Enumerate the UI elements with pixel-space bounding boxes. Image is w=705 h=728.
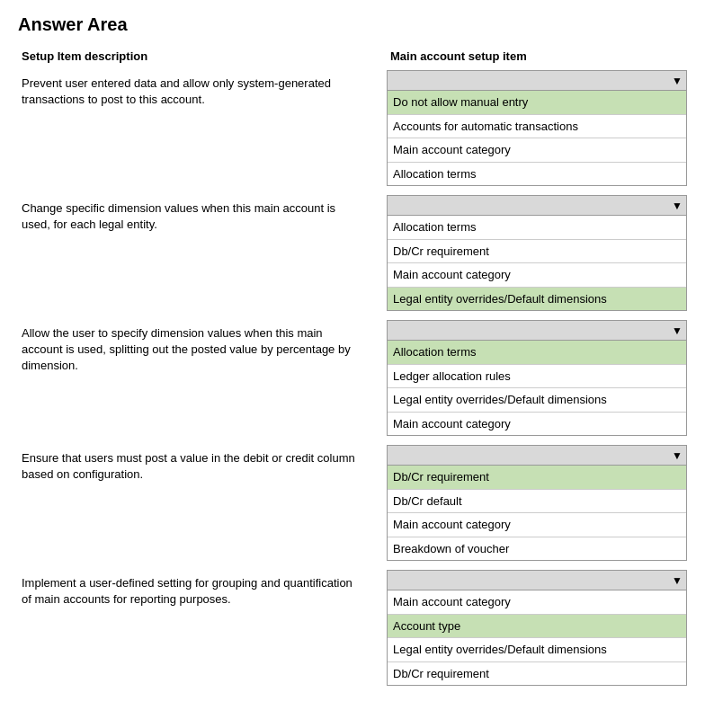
chevron-down-icon: ▼ bbox=[672, 75, 683, 87]
row-description: Ensure that users must post a value in t… bbox=[18, 445, 369, 488]
dropdown-option[interactable]: Main account category bbox=[388, 513, 686, 537]
table-row: Ensure that users must post a value in t… bbox=[18, 445, 687, 561]
dropdown-row3[interactable]: ▼Allocation termsLedger allocation rules… bbox=[387, 320, 687, 436]
header-col-left: Setup Item description bbox=[22, 49, 372, 63]
dropdown-option[interactable]: Legal entity overrides/Default dimension… bbox=[388, 288, 686, 311]
dropdown-row1[interactable]: ▼Do not allow manual entryAccounts for a… bbox=[387, 70, 687, 186]
dropdown-row2[interactable]: ▼Allocation termsDb/Cr requirementMain a… bbox=[387, 195, 687, 311]
dropdown-option[interactable]: Do not allow manual entry bbox=[388, 91, 686, 115]
dropdown-header[interactable]: ▼ bbox=[388, 446, 686, 466]
table-header: Setup Item description Main account setu… bbox=[18, 49, 687, 63]
row-description: Change specific dimension values when th… bbox=[18, 195, 369, 238]
dropdown-option[interactable]: Db/Cr requirement bbox=[388, 662, 686, 686]
dropdown-row5[interactable]: ▼Main account categoryAccount typeLegal … bbox=[387, 570, 687, 686]
dropdown-option[interactable]: Legal entity overrides/Default dimension… bbox=[388, 638, 686, 662]
chevron-down-icon: ▼ bbox=[672, 324, 683, 337]
dropdown-option[interactable]: Legal entity overrides/Default dimension… bbox=[388, 388, 686, 413]
table-row: Implement a user-defined setting for gro… bbox=[18, 570, 687, 686]
dropdown-option[interactable]: Account type bbox=[388, 615, 686, 639]
dropdown-option[interactable]: Main account category bbox=[388, 138, 686, 163]
dropdown-header[interactable]: ▼ bbox=[388, 71, 686, 91]
dropdown-option[interactable]: Ledger allocation rules bbox=[388, 365, 686, 389]
row-description: Allow the user to specify dimension valu… bbox=[18, 320, 369, 380]
dropdown-option[interactable]: Allocation terms bbox=[388, 216, 686, 240]
dropdown-header[interactable]: ▼ bbox=[388, 196, 686, 216]
row-description: Implement a user-defined setting for gro… bbox=[18, 570, 369, 613]
chevron-down-icon: ▼ bbox=[672, 449, 683, 462]
dropdown-option[interactable]: Main account category bbox=[388, 413, 686, 436]
table-row: Allow the user to specify dimension valu… bbox=[18, 320, 687, 436]
dropdown-option[interactable]: Allocation terms bbox=[388, 163, 686, 186]
dropdown-option[interactable]: Main account category bbox=[388, 590, 686, 615]
rows-container: Prevent user entered data and allow only… bbox=[18, 70, 687, 686]
chevron-down-icon: ▼ bbox=[672, 200, 683, 212]
dropdown-option[interactable]: Main account category bbox=[388, 263, 686, 288]
dropdown-option[interactable]: Db/Cr requirement bbox=[388, 466, 686, 490]
dropdown-option[interactable]: Db/Cr default bbox=[388, 490, 686, 514]
table-row: Change specific dimension values when th… bbox=[18, 195, 687, 311]
header-col-right: Main account setup item bbox=[372, 49, 683, 63]
dropdown-option[interactable]: Breakdown of voucher bbox=[388, 537, 686, 561]
row-description: Prevent user entered data and allow only… bbox=[18, 70, 369, 113]
dropdown-option[interactable]: Accounts for automatic transactions bbox=[388, 115, 686, 139]
chevron-down-icon: ▼ bbox=[672, 574, 683, 587]
page-title: Answer Area bbox=[18, 14, 687, 35]
dropdown-row4[interactable]: ▼Db/Cr requirementDb/Cr defaultMain acco… bbox=[387, 445, 687, 561]
dropdown-header[interactable]: ▼ bbox=[388, 571, 686, 590]
table-row: Prevent user entered data and allow only… bbox=[18, 70, 687, 186]
dropdown-option[interactable]: Db/Cr requirement bbox=[388, 240, 686, 264]
dropdown-option[interactable]: Allocation terms bbox=[388, 341, 686, 365]
dropdown-header[interactable]: ▼ bbox=[388, 321, 686, 341]
